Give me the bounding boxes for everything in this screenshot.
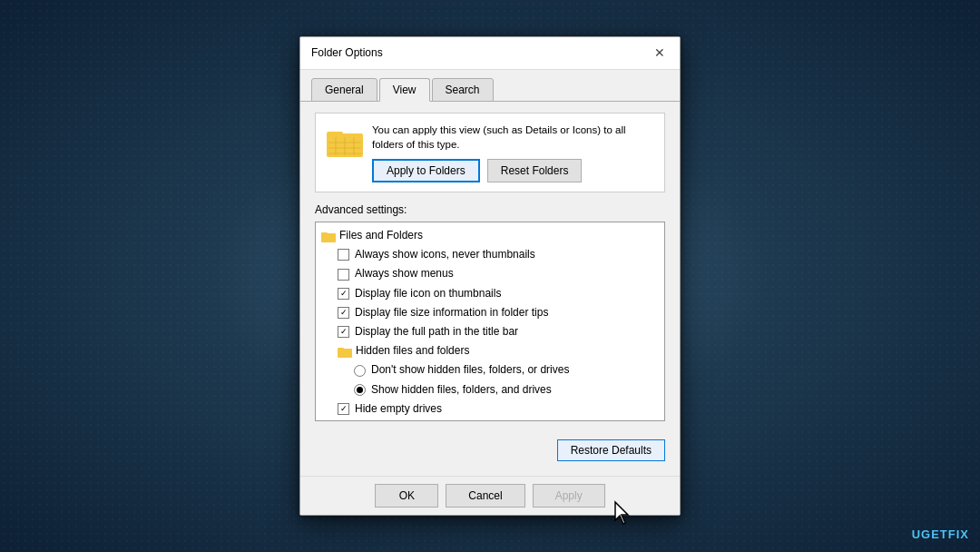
checkbox-display-file-icon[interactable] (338, 288, 349, 300)
folder-views-description: You can apply this view (such as Details… (372, 123, 653, 152)
list-item[interactable]: Hide extensions for known file types (316, 419, 664, 420)
svg-rect-1 (327, 132, 343, 136)
dialog-footer: OK Cancel Apply (300, 476, 680, 515)
tab-view[interactable]: View (379, 78, 430, 102)
checkbox-always-show-menus[interactable] (338, 269, 349, 281)
watermark-prefix: U (912, 527, 921, 541)
list-item[interactable]: Always show icons, never thumbnails (316, 245, 664, 264)
list-item[interactable]: Display file icon on thumbnails (316, 284, 664, 303)
checkbox-hide-empty-drives[interactable] (338, 403, 349, 415)
advanced-settings-label: Advanced settings: (315, 203, 665, 216)
item-label: Always show menus (355, 265, 454, 282)
tab-search[interactable]: Search (432, 78, 494, 102)
folder-views-right: You can apply this view (such as Details… (372, 123, 653, 182)
list-item[interactable]: Display the full path in the title bar (316, 322, 664, 341)
restore-defaults-button[interactable]: Restore Defaults (557, 439, 665, 461)
item-label: Show hidden files, folders, and drives (371, 381, 552, 399)
item-label: Display the full path in the title bar (355, 323, 518, 340)
title-bar: Folder Options ✕ (300, 37, 680, 70)
ok-button[interactable]: OK (375, 484, 438, 508)
list-item: Files and Folders (316, 226, 664, 245)
folder-views-inner: You can apply this view (such as Details… (327, 123, 653, 182)
tab-general[interactable]: General (311, 78, 377, 102)
list-item[interactable]: Always show menus (316, 264, 664, 283)
folder-small-icon-hidden (338, 345, 352, 358)
folder-icon (327, 124, 363, 157)
folder-small-icon (321, 230, 336, 242)
item-label: Display file icon on thumbnails (355, 285, 501, 302)
list-item[interactable]: Hide empty drives (316, 399, 664, 419)
apply-button[interactable]: Apply (533, 484, 605, 508)
list-item[interactable]: Show hidden files, folders, and drives (316, 380, 664, 399)
checkbox-display-full-path[interactable] (338, 326, 349, 338)
radio-show-hidden[interactable] (354, 384, 366, 396)
advanced-list[interactable]: Files and Folders Always show icons, nev… (316, 222, 664, 420)
apply-to-folders-button[interactable]: Apply to Folders (372, 159, 480, 182)
folder-views-section: You can apply this view (such as Details… (315, 113, 665, 192)
list-item[interactable]: Display file size information in folder … (316, 303, 664, 322)
watermark-highlight: GET (921, 527, 948, 541)
list-item: Hidden files and folders (316, 341, 664, 360)
dialog-title: Folder Options (311, 46, 383, 59)
item-label: Display file size information in folder … (355, 304, 548, 321)
svg-rect-9 (321, 232, 328, 235)
list-item[interactable]: Don't show hidden files, folders, or dri… (316, 360, 664, 380)
watermark-suffix: FIX (948, 527, 969, 541)
dialog-content: You can apply this view (such as Details… (300, 102, 680, 476)
reset-folders-button[interactable]: Reset Folders (487, 159, 583, 182)
category-label: Files and Folders (339, 227, 423, 244)
item-label: Hide extensions for known file types (355, 419, 528, 420)
item-label: Hide empty drives (355, 400, 442, 418)
bottom-row: Restore Defaults (315, 432, 665, 465)
checkbox-always-show-icons[interactable] (338, 249, 349, 261)
item-label: Always show icons, never thumbnails (355, 246, 535, 263)
checkbox-display-file-size[interactable] (338, 307, 349, 319)
svg-rect-11 (338, 348, 344, 350)
radio-dont-show-hidden[interactable] (354, 365, 366, 377)
folder-views-buttons: Apply to Folders Reset Folders (372, 159, 653, 182)
tabs-row: General View Search (300, 70, 680, 102)
item-label: Don't show hidden files, folders, or dri… (371, 361, 569, 379)
cancel-button[interactable]: Cancel (446, 484, 524, 508)
watermark: UGETFIX (912, 527, 969, 541)
folder-options-dialog: Folder Options ✕ General View Search (299, 36, 681, 516)
category-label: Hidden files and folders (356, 342, 469, 360)
close-button[interactable]: ✕ (651, 44, 669, 62)
advanced-list-container: Files and Folders Always show icons, nev… (315, 222, 665, 421)
